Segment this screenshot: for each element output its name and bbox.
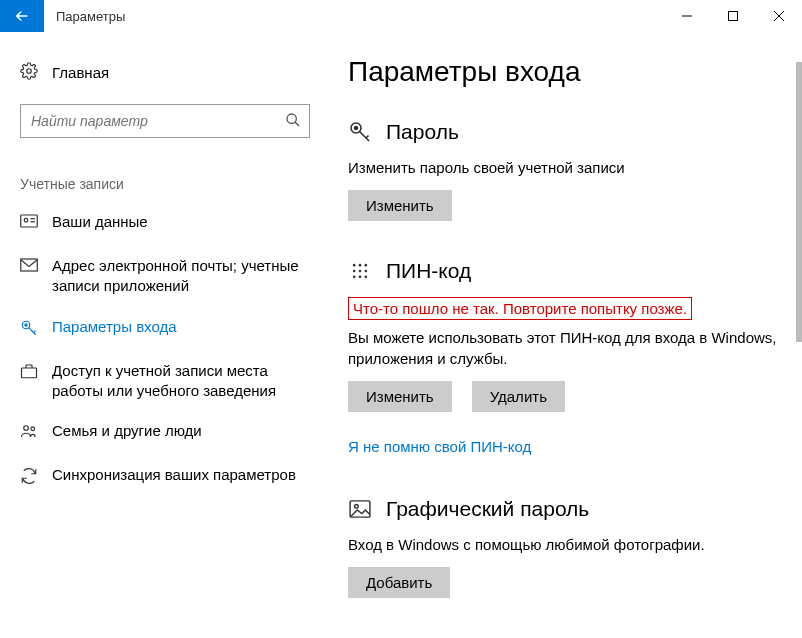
sidebar-item-label: Семья и другие люди	[52, 421, 202, 441]
svg-point-27	[359, 270, 362, 273]
svg-point-4	[27, 68, 32, 73]
svg-rect-7	[21, 215, 38, 227]
svg-point-28	[365, 270, 368, 273]
pin-change-button[interactable]: Изменить	[348, 381, 452, 412]
scrollbar-thumb[interactable]	[796, 62, 802, 342]
section-picture: Графический пароль	[348, 497, 780, 521]
titlebar: Параметры	[0, 0, 802, 32]
people-icon	[20, 423, 38, 439]
sidebar-item-sync[interactable]: Синхронизация ваших параметров	[0, 455, 330, 499]
home-button[interactable]: Главная	[0, 52, 330, 92]
section-pin-title: ПИН-код	[386, 259, 471, 283]
sidebar: Главная Учетные записи Ваши данные Адрес…	[0, 32, 330, 638]
keypad-icon	[348, 261, 372, 281]
svg-line-15	[34, 330, 36, 332]
main-pane: Параметры входа Пароль Изменить пароль с…	[330, 32, 802, 638]
pin-desc: Вы можете использовать этот ПИН-код для …	[348, 328, 780, 369]
picture-desc: Вход в Windows с помощью любимой фотогра…	[348, 535, 780, 555]
password-desc: Изменить пароль своей учетной записи	[348, 158, 780, 178]
sidebar-item-label: Доступ к учетной записи места работы или…	[52, 361, 310, 402]
svg-line-6	[295, 122, 299, 126]
svg-point-31	[365, 276, 368, 279]
svg-rect-11	[21, 259, 38, 271]
id-card-icon	[20, 214, 38, 228]
sidebar-item-label: Ваши данные	[52, 212, 148, 232]
key-icon	[20, 319, 38, 337]
arrow-left-icon	[13, 7, 31, 25]
svg-point-33	[355, 504, 359, 508]
key-icon	[348, 120, 372, 144]
pin-error-message: Что-то пошло не так. Повторите попытку п…	[348, 297, 692, 320]
section-password: Пароль	[348, 120, 780, 144]
search-input[interactable]	[31, 113, 285, 129]
sync-icon	[20, 467, 38, 485]
svg-point-17	[24, 426, 29, 431]
mail-icon	[20, 258, 38, 272]
maximize-button[interactable]	[710, 0, 756, 32]
section-password-title: Пароль	[386, 120, 459, 144]
section-pin: ПИН-код	[348, 259, 780, 283]
svg-line-22	[366, 136, 369, 139]
sidebar-item-label: Адрес электронной почты; учетные записи …	[52, 256, 310, 297]
sidebar-item-email-accounts[interactable]: Адрес электронной почты; учетные записи …	[0, 246, 330, 307]
sidebar-item-label: Синхронизация ваших параметров	[52, 465, 296, 485]
sidebar-item-family[interactable]: Семья и другие люди	[0, 411, 330, 455]
home-label: Главная	[52, 64, 109, 81]
svg-rect-1	[729, 12, 738, 21]
svg-point-26	[353, 270, 356, 273]
search-box[interactable]	[20, 104, 310, 138]
gear-icon	[20, 62, 38, 83]
minimize-icon	[681, 10, 693, 22]
svg-point-24	[359, 264, 362, 267]
svg-point-5	[287, 114, 296, 123]
pin-delete-button[interactable]: Удалить	[472, 381, 565, 412]
svg-point-8	[24, 218, 28, 222]
picture-add-button[interactable]: Добавить	[348, 567, 450, 598]
minimize-button[interactable]	[664, 0, 710, 32]
close-button[interactable]	[756, 0, 802, 32]
picture-icon	[348, 500, 372, 518]
svg-rect-16	[22, 368, 37, 378]
sidebar-item-work-school[interactable]: Доступ к учетной записи места работы или…	[0, 351, 330, 412]
password-change-button[interactable]: Изменить	[348, 190, 452, 221]
maximize-icon	[727, 10, 739, 22]
svg-point-13	[25, 323, 27, 325]
briefcase-icon	[20, 363, 38, 379]
sidebar-item-signin-options[interactable]: Параметры входа	[0, 307, 330, 351]
svg-point-29	[353, 276, 356, 279]
close-icon	[773, 10, 785, 22]
window-title: Параметры	[44, 0, 664, 32]
svg-point-30	[359, 276, 362, 279]
search-icon	[285, 112, 301, 131]
page-title: Параметры входа	[348, 56, 780, 88]
sidebar-item-your-info[interactable]: Ваши данные	[0, 202, 330, 246]
svg-point-20	[355, 127, 358, 130]
sidebar-item-label: Параметры входа	[52, 317, 177, 337]
window-controls	[664, 0, 802, 32]
section-picture-title: Графический пароль	[386, 497, 589, 521]
svg-point-18	[31, 427, 35, 431]
category-label: Учетные записи	[0, 146, 330, 202]
back-button[interactable]	[0, 0, 44, 32]
pin-forgot-link[interactable]: Я не помню свой ПИН-код	[348, 438, 531, 455]
svg-point-25	[365, 264, 368, 267]
svg-point-23	[353, 264, 356, 267]
